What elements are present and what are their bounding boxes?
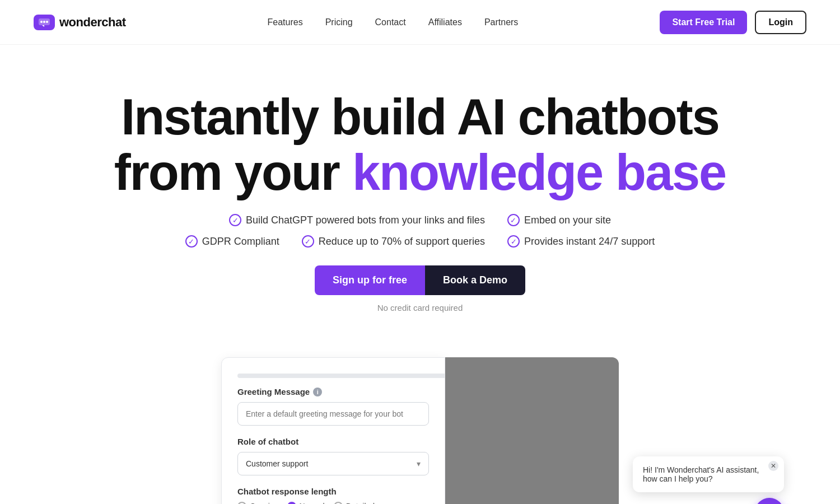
hero-title: Instantly build AI chatbots from your kn… bbox=[112, 90, 728, 200]
chevron-down-icon: ▾ bbox=[417, 459, 421, 468]
feature-item-4: ✓ Reduce up to 70% of support queries bbox=[302, 235, 485, 248]
check-icon-1: ✓ bbox=[229, 214, 241, 226]
feature-text-3: GDPR Compliant bbox=[202, 236, 279, 248]
nav-actions: Start Free Trial Login bbox=[660, 11, 806, 34]
role-select[interactable]: Customer support ▾ bbox=[237, 452, 429, 475]
feature-item-2: ✓ Embed on your site bbox=[507, 214, 611, 226]
info-icon-greeting[interactable]: i bbox=[313, 388, 322, 396]
svg-point-1 bbox=[40, 21, 43, 23]
nav-contact[interactable]: Contact bbox=[375, 17, 406, 27]
nav-pricing[interactable]: Pricing bbox=[325, 17, 353, 27]
logo-icon bbox=[34, 15, 55, 30]
no-credit-text: No credit card required bbox=[34, 303, 806, 312]
check-icon-2: ✓ bbox=[507, 214, 520, 226]
role-label: Role of chatbot bbox=[237, 437, 429, 446]
response-label: Chatbot response length bbox=[237, 487, 429, 496]
logo-svg bbox=[38, 18, 50, 27]
svg-point-2 bbox=[43, 21, 45, 23]
feature-text-2: Embed on your site bbox=[524, 214, 611, 226]
image-panel bbox=[445, 357, 619, 504]
role-value: Customer support bbox=[246, 459, 308, 468]
form-top-bar bbox=[237, 374, 450, 378]
feature-item-5: ✓ Provides instant 24/7 support bbox=[507, 235, 655, 248]
greeting-input[interactable] bbox=[237, 402, 429, 426]
nav-features[interactable]: Features bbox=[268, 17, 303, 27]
feature-text-5: Provides instant 24/7 support bbox=[524, 236, 655, 248]
radio-circle-normal bbox=[287, 502, 296, 504]
chat-message: Hi! I'm Wonderchat's AI assistant, how c… bbox=[643, 465, 774, 483]
check-icon-3: ✓ bbox=[185, 235, 198, 248]
radio-detailed-label: Detailed bbox=[346, 502, 375, 504]
nav-affiliates[interactable]: Affiliates bbox=[428, 17, 462, 27]
logo-link[interactable]: wonderchat bbox=[34, 15, 125, 30]
start-trial-button[interactable]: Start Free Trial bbox=[660, 11, 747, 34]
response-options: Concise Normal Detailed bbox=[237, 502, 429, 504]
chat-widget: ✕ Hi! I'm Wonderchat's AI assistant, how… bbox=[633, 456, 784, 504]
radio-normal-label: Normal bbox=[300, 502, 325, 504]
check-icon-4: ✓ bbox=[302, 235, 314, 248]
login-button[interactable]: Login bbox=[755, 11, 806, 34]
hero-features-row2: ✓ GDPR Compliant ✓ Reduce up to 70% of s… bbox=[34, 235, 806, 248]
feature-item-1: ✓ Build ChatGPT powered bots from your l… bbox=[229, 214, 485, 226]
hero-features-row1: ✓ Build ChatGPT powered bots from your l… bbox=[34, 214, 806, 226]
chat-bubble: ✕ Hi! I'm Wonderchat's AI assistant, how… bbox=[633, 456, 784, 492]
radio-normal[interactable]: Normal bbox=[287, 502, 325, 504]
hero-cta: Sign up for free Book a Demo bbox=[34, 265, 806, 295]
navbar: wonderchat Features Pricing Contact Affi… bbox=[0, 0, 840, 45]
logo-text: wonderchat bbox=[59, 15, 125, 30]
feature-text-4: Reduce up to 70% of support queries bbox=[319, 236, 485, 248]
hero-section: Instantly build AI chatbots from your kn… bbox=[0, 45, 840, 352]
check-icon-5: ✓ bbox=[507, 235, 520, 248]
radio-detailed[interactable]: Detailed bbox=[334, 502, 375, 504]
preview-section: Greeting Message i Role of chatbot Custo… bbox=[0, 357, 840, 504]
close-icon[interactable]: ✕ bbox=[768, 461, 778, 471]
greeting-label: Greeting Message i bbox=[237, 387, 429, 396]
nav-links: Features Pricing Contact Affiliates Part… bbox=[268, 17, 519, 27]
demo-button[interactable]: Book a Demo bbox=[425, 265, 525, 295]
signup-button[interactable]: Sign up for free bbox=[315, 265, 425, 295]
nav-partners[interactable]: Partners bbox=[484, 17, 518, 27]
hero-title-line1: Instantly build AI chatbots bbox=[121, 89, 719, 145]
svg-point-3 bbox=[46, 21, 48, 23]
feature-item-3: ✓ GDPR Compliant bbox=[185, 235, 279, 248]
radio-circle-concise bbox=[237, 502, 246, 504]
hero-title-highlight: knowledge base bbox=[352, 144, 726, 200]
form-panel: Greeting Message i Role of chatbot Custo… bbox=[221, 357, 445, 504]
radio-concise-label: Concise bbox=[250, 502, 278, 504]
hero-title-line2-plain: from your bbox=[114, 144, 352, 200]
radio-circle-detailed bbox=[334, 502, 343, 504]
feature-text-1: Build ChatGPT powered bots from your lin… bbox=[246, 214, 485, 226]
chat-fab-button[interactable] bbox=[755, 498, 784, 504]
radio-concise[interactable]: Concise bbox=[237, 502, 278, 504]
